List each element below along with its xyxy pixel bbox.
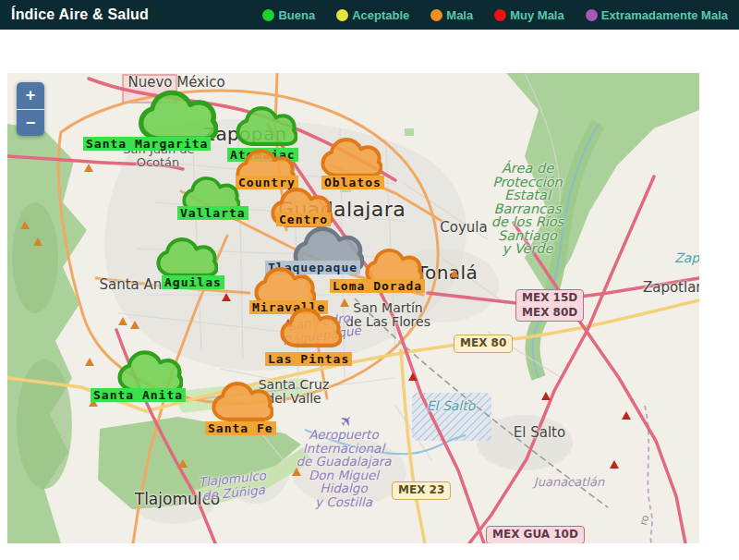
legend-label: Buena (278, 8, 315, 22)
zoom-control: + − (17, 82, 44, 136)
legend-item-mala: Mala (430, 8, 473, 22)
station-cloud-santa-fe[interactable] (211, 380, 273, 429)
legend-item-extramadamente-mala: Extramadamente Mala (586, 8, 728, 22)
legend-item-muy-mala: Muy Mala (494, 8, 564, 22)
legend-item-buena: Buena (262, 8, 315, 22)
legend-item-aceptable: Aceptable (336, 8, 409, 22)
app-title: Índice Aire & Salud (11, 6, 149, 23)
legend-dot-icon (586, 9, 598, 21)
legend-label: Mala (446, 8, 473, 22)
app-header: Índice Aire & Salud BuenaAceptableMalaMu… (0, 0, 739, 30)
station-cloud-las-pintas[interactable] (279, 306, 342, 355)
legend-label: Aceptable (352, 8, 409, 22)
legend-label: Muy Mala (510, 8, 564, 22)
station-cloud-oblatos[interactable] (320, 136, 382, 185)
zoom-in-button[interactable]: + (17, 82, 44, 109)
zoom-out-button[interactable]: − (17, 109, 44, 136)
map-canvas[interactable]: Nuevo MéxicoZapopanSan Juan deOcotánGuad… (7, 73, 699, 543)
station-cloud-vallarta[interactable] (181, 175, 240, 221)
legend-dot-icon (336, 9, 348, 21)
legend-dot-icon (262, 9, 274, 21)
legend-dot-icon (430, 9, 442, 21)
station-cloud-aguilas[interactable] (155, 236, 218, 285)
station-cloud-santa-anita[interactable] (116, 348, 183, 400)
legend-dot-icon (494, 9, 506, 21)
station-cloud-loma-dorada[interactable] (364, 247, 423, 293)
legend-label: Extramadamente Mala (601, 8, 728, 22)
station-cloud-santa-margarita[interactable] (137, 88, 218, 150)
air-quality-legend: BuenaAceptableMalaMuy MalaExtramadamente… (262, 8, 728, 22)
